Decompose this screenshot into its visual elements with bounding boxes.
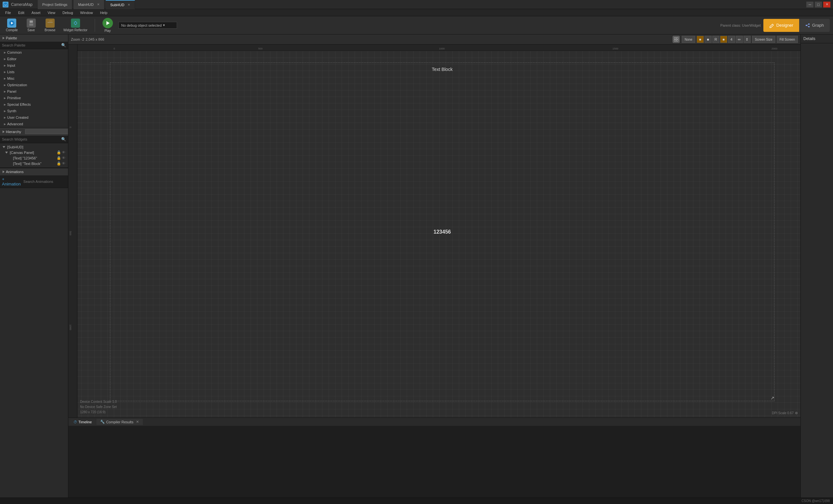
add-animation-button[interactable]: + Animation: [2, 177, 21, 187]
palette-item-special-effects[interactable]: ▶ Special Effects: [0, 101, 68, 108]
hierarchy-filter-input[interactable]: [25, 129, 68, 134]
canvas-mode-arrow1[interactable]: ⇔: [736, 36, 743, 43]
details-panel: Details: [801, 34, 833, 498]
debug-filter[interactable]: No debug object selected ▾: [118, 22, 177, 29]
canvas-section: Zoom -2 2,045 x 866 None ■ ■ R ■ 4 ⇔ ⇕ S…: [68, 34, 801, 498]
bottom-tabs-bar: ⏱ Timeline 🔧 Compiler Results ✕: [68, 417, 801, 426]
hierarchy-search-bar: 🔍: [0, 136, 68, 143]
svg-point-13: [806, 25, 807, 26]
window-controls: ─ □ ✕: [806, 2, 830, 7]
tab-subhud-close[interactable]: ✕: [127, 3, 130, 6]
menu-view[interactable]: View: [44, 10, 58, 15]
svg-text:U: U: [4, 3, 7, 6]
palette-item-input[interactable]: ▶ Input: [0, 62, 68, 69]
fill-screen-button[interactable]: Fill Screen: [777, 36, 798, 43]
fit-view-button[interactable]: [672, 36, 680, 43]
canvas-area[interactable]: 0 500 1000 1500 2000 0 500 1000: [68, 45, 801, 417]
menu-window[interactable]: Window: [77, 10, 96, 15]
app-icon: U: [3, 2, 8, 7]
canvas-grid: 0 500 1000 1500 2000 0 500 1000: [68, 45, 801, 417]
primitive-expand-icon: ▶: [4, 97, 6, 100]
play-button[interactable]: Play: [100, 17, 116, 34]
palette-item-lists[interactable]: ▶ Lists: [0, 69, 68, 75]
svg-rect-21: [676, 40, 678, 41]
hierarchy-header[interactable]: Hierarchy: [0, 127, 68, 136]
canvas-mode-4[interactable]: 4: [728, 36, 735, 43]
resize-handle[interactable]: ↗: [770, 395, 775, 401]
debug-filter-dropdown-icon: ▾: [163, 23, 165, 27]
tab-project-settings[interactable]: Project Settings: [38, 0, 72, 9]
tab-mainhud-close[interactable]: ✕: [97, 3, 100, 6]
tree-item-subhud[interactable]: [SubHUD]: [1, 144, 67, 150]
animations-add-bar: + Animation 🔍: [0, 175, 68, 188]
main-layout: Palette 🔍 ▶ Common ▶ Editor ▶ Input: [0, 34, 833, 498]
palette-item-user-created[interactable]: ▶ User Created: [0, 114, 68, 121]
editor-expand-icon: ▶: [4, 57, 6, 61]
panel-expand-icon: ▶: [4, 90, 6, 93]
palette-item-editor[interactable]: ▶ Editor: [0, 56, 68, 62]
canvas-panel-expand-icon: [5, 152, 8, 153]
widget-reflector-button[interactable]: Widget Reflector: [61, 17, 90, 33]
menu-debug[interactable]: Debug: [59, 10, 76, 15]
canvas-panel-icons: 🔒 👁: [56, 150, 65, 154]
palette-item-common[interactable]: ▶ Common: [0, 49, 68, 56]
dpi-scale-text: DPI Scale 0.67: [772, 411, 794, 415]
palette-item-synth[interactable]: ▶ Synth: [0, 108, 68, 114]
tab-compiler-results[interactable]: 🔧 Compiler Results ✕: [96, 419, 143, 425]
hierarchy-search-input[interactable]: [2, 137, 61, 141]
palette-item-optimization[interactable]: ▶ Optimization: [0, 82, 68, 88]
menu-file[interactable]: File: [2, 10, 14, 15]
compiler-tab-close[interactable]: ✕: [136, 420, 139, 424]
svg-point-15: [808, 26, 810, 27]
minimize-button[interactable]: ─: [806, 2, 813, 7]
menu-edit[interactable]: Edit: [15, 10, 28, 15]
tree-item-canvas-panel[interactable]: [Canvas Panel] 🔒 👁: [1, 150, 67, 155]
horizontal-ruler: 0 500 1000 1500 2000: [68, 45, 801, 51]
tab-subhud[interactable]: SubHUD ✕: [106, 0, 135, 9]
no-safe-zone-text: No Device Safe Zone Set: [80, 404, 117, 410]
palette-item-primitive[interactable]: ▶ Primitive: [0, 95, 68, 101]
lists-expand-icon: ▶: [4, 71, 6, 74]
device-info: Device Content Scale 1.0 No Device Safe …: [80, 399, 117, 415]
canvas-mode-arrow2[interactable]: ⇕: [743, 36, 751, 43]
menu-asset[interactable]: Asset: [28, 10, 44, 15]
device-scale-text: Device Content Scale 1.0: [80, 399, 117, 404]
canvas-toolbar: Zoom -2 2,045 x 866 None ■ ■ R ■ 4 ⇔ ⇕ S…: [68, 34, 801, 45]
canvas-panel-eye-icon[interactable]: 👁: [62, 150, 65, 154]
compile-button[interactable]: Compile: [3, 17, 21, 33]
tab-mainhud[interactable]: MainHUD ✕: [74, 0, 104, 9]
canvas-mode-r[interactable]: R: [712, 36, 719, 43]
screen-size-button[interactable]: Screen Size: [752, 36, 776, 43]
palette-item-misc[interactable]: ▶ Misc: [0, 75, 68, 82]
common-expand-icon: ▶: [4, 51, 6, 54]
tree-item-text-123456[interactable]: [Text] "123456" 🔒 👁: [1, 155, 67, 161]
browse-button[interactable]: Browse: [42, 17, 58, 33]
animations-search-input[interactable]: [23, 179, 68, 184]
none-button[interactable]: None: [682, 36, 695, 43]
hierarchy-search-icon: 🔍: [61, 137, 66, 142]
tab-timeline[interactable]: ⏱ Timeline: [70, 419, 96, 425]
text-block-eye-icon[interactable]: 👁: [62, 161, 65, 166]
palette-search-input[interactable]: [2, 43, 61, 47]
palette-item-advanced[interactable]: ▶ Advanced: [0, 121, 68, 127]
canvas-mode-orange[interactable]: ■: [720, 36, 727, 43]
palette-item-panel[interactable]: ▶ Panel: [0, 88, 68, 95]
animations-header: Animations: [0, 168, 68, 175]
text-123456-eye-icon[interactable]: 👁: [62, 156, 65, 160]
palette-expand-icon: [3, 37, 4, 39]
timeline-tab-icon: ⏱: [74, 420, 77, 424]
animations-expand-icon: [3, 170, 4, 173]
canvas-mode-2[interactable]: ■: [705, 36, 712, 43]
palette-header[interactable]: Palette: [0, 34, 68, 42]
save-button[interactable]: Save: [23, 17, 39, 33]
status-bar: CSON @wn17詞98: [0, 498, 833, 504]
menu-help[interactable]: Help: [97, 10, 111, 15]
dpi-settings-icon[interactable]: ⚙: [795, 411, 798, 415]
maximize-button[interactable]: □: [815, 2, 822, 7]
close-button[interactable]: ✕: [823, 2, 830, 7]
designer-button[interactable]: Designer: [763, 19, 799, 32]
canvas-mode-1[interactable]: ■: [697, 36, 704, 43]
graph-button[interactable]: Graph: [799, 19, 830, 32]
palette-search-bar: 🔍: [0, 42, 68, 49]
tree-item-text-block[interactable]: [Text] "Text Block" 🔒 👁: [1, 161, 67, 166]
